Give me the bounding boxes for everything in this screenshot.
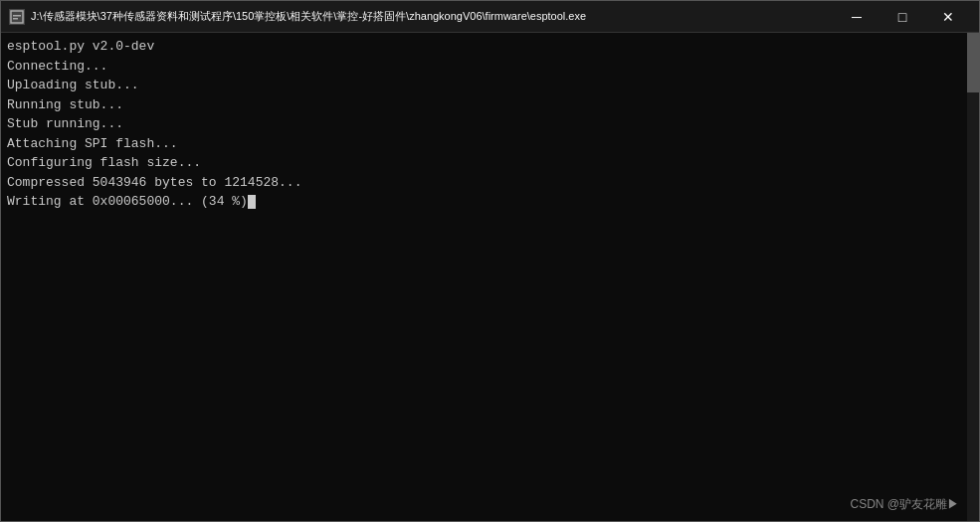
svg-rect-2 [13, 18, 18, 20]
main-window: J:\传感器模块\37种传感器资料和测试程序\150掌控板\相关软件\掌控-好搭… [0, 0, 980, 522]
window-controls: ─ □ ✕ [834, 1, 971, 32]
terminal-container[interactable]: esptool.py v2.0-dev Connecting... Upload… [1, 33, 979, 521]
window-title: J:\传感器模块\37种传感器资料和测试程序\150掌控板\相关软件\掌控-好搭… [31, 9, 586, 24]
svg-rect-1 [13, 15, 21, 17]
scrollbar-thumb[interactable] [967, 33, 979, 92]
title-bar-left: J:\传感器模块\37种传感器资料和测试程序\150掌控板\相关软件\掌控-好搭… [9, 9, 586, 25]
title-bar: J:\传感器模块\37种传感器资料和测试程序\150掌控板\相关软件\掌控-好搭… [1, 1, 979, 33]
window-icon [9, 9, 25, 25]
maximize-button[interactable]: □ [880, 1, 925, 32]
close-button[interactable]: ✕ [925, 1, 971, 32]
watermark: CSDN @驴友花雕▶ [850, 496, 959, 513]
minimize-button[interactable]: ─ [834, 1, 880, 32]
svg-rect-0 [11, 11, 23, 23]
terminal-cursor [248, 195, 256, 209]
terminal-output: esptool.py v2.0-dev Connecting... Upload… [7, 37, 973, 212]
scrollbar[interactable] [967, 33, 979, 521]
